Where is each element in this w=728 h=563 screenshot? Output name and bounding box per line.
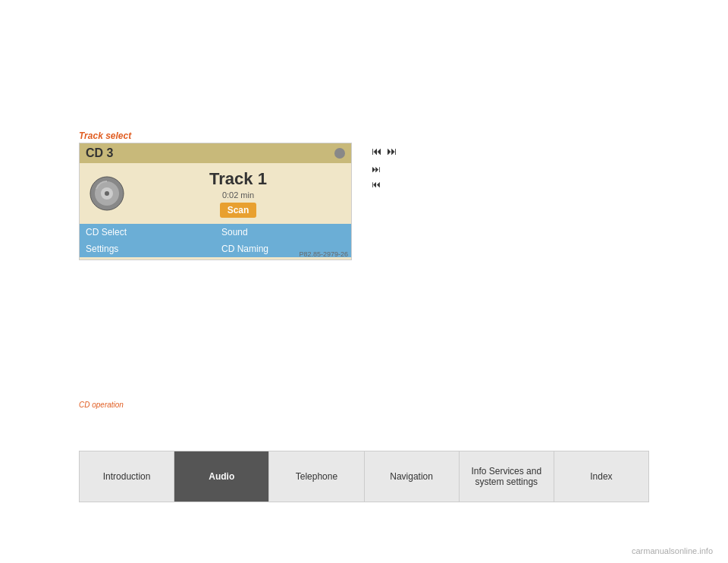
cd-title: CD 3	[86, 146, 113, 160]
cd-track-info: Track 1 0:02 min Scan	[134, 169, 342, 218]
nav-item-audio[interactable]: Audio	[174, 451, 269, 502]
right-content-area: ⏮ ⏭ ⏭ ⏮	[372, 143, 690, 192]
nav-label-telephone: Telephone	[296, 471, 337, 482]
nav-label-introduction: Introduction	[103, 471, 151, 482]
menu-sound[interactable]: Sound	[215, 224, 351, 241]
nav-label-navigation: Navigation	[390, 471, 433, 482]
bottom-navigation: Introduction Audio Telephone Navigation …	[79, 451, 649, 502]
nav-item-navigation[interactable]: Navigation	[365, 451, 460, 502]
nav-label-audio: Audio	[209, 471, 234, 482]
cd-disc-icon	[89, 175, 125, 212]
svg-point-3	[105, 191, 109, 196]
nav-item-index[interactable]: Index	[554, 451, 648, 502]
nav-label-index: Index	[590, 471, 612, 482]
nav-item-introduction[interactable]: Introduction	[80, 451, 174, 502]
cd-disc-small-icon	[334, 148, 345, 159]
nav-label-info-services: Info Services and system settings	[464, 466, 549, 487]
footer-watermark: carmanualsonline.info	[632, 546, 713, 555]
button-symbols-row: ⏮ ⏭	[372, 143, 690, 159]
symbol-forward: ⏭	[372, 162, 690, 177]
symbol-back: ⏮	[372, 178, 690, 192]
skip-forward-symbol: ⏭	[387, 143, 397, 159]
menu-settings[interactable]: Settings	[80, 241, 215, 257]
cd-display-screen: CD 3 Track 1 0:02 min Scan CD Select Sou…	[79, 143, 352, 260]
forward-icon: ⏭	[372, 164, 381, 175]
cd-track-name: Track 1	[134, 169, 342, 189]
cd-display-header: CD 3	[80, 143, 351, 163]
menu-cd-select[interactable]: CD Select	[80, 224, 215, 241]
nav-item-telephone[interactable]: Telephone	[269, 451, 364, 502]
track-select-heading: Track select	[79, 131, 131, 141]
cd-operation-label: CD operation	[79, 401, 124, 409]
cd-track-time: 0:02 min	[134, 190, 342, 200]
nav-item-info-services[interactable]: Info Services and system settings	[460, 451, 554, 502]
scan-button[interactable]: Scan	[220, 203, 257, 218]
skip-back-symbol: ⏮	[372, 143, 382, 159]
image-reference: P82.85-2979-26	[299, 250, 348, 258]
cd-display-main: Track 1 0:02 min Scan	[80, 163, 351, 224]
page-content: Track select CD 3 Track 1 0:02 min Scan	[0, 0, 728, 563]
back-icon: ⏮	[372, 179, 381, 190]
